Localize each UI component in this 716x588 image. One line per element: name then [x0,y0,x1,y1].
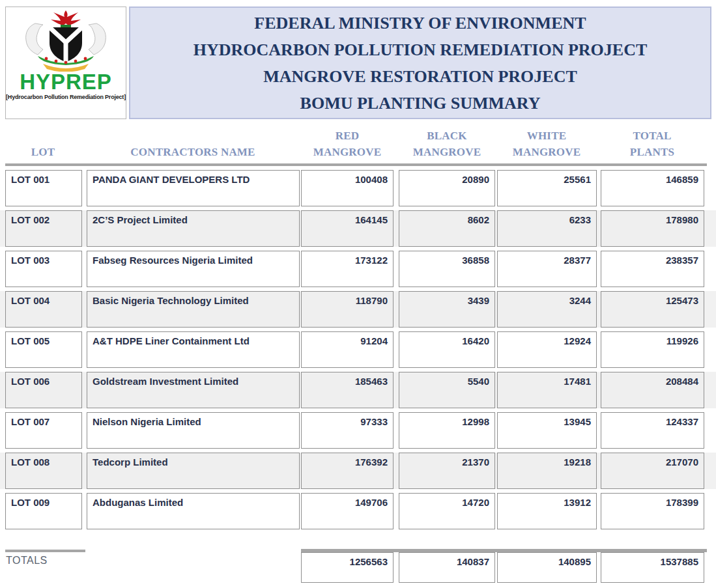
table-row: LOT 007 Nielson Nigeria Limited 97333 12… [0,412,716,449]
eagle [51,10,81,25]
total-plants-cell: 178980 [601,210,704,247]
contractor-name-cell: 2C’S Project Limited [87,210,300,247]
total-plants-cell: 178399 [601,493,704,529]
logo-acronym: HYPREP [6,72,126,92]
hyprep-logo: HYPREP [Hydrocarbon Pollution Remediatio… [5,7,126,119]
totals-total-plants-cell: 1537885 [601,552,704,583]
table-row: LOT 001 PANDA GIANT DEVELOPERS LTD 10040… [0,170,716,206]
white-mangrove-cell: 17481 [497,372,597,408]
white-mangrove-cell: 3244 [497,291,597,328]
lot-cell: LOT 007 [5,412,82,449]
column-header-contractors: CONTRACTORS NAME [115,144,271,160]
totals-label: TOTALS [6,555,48,567]
lot-cell: LOT 004 [5,291,82,328]
black-mangrove-cell: 36858 [399,251,495,287]
lot-cell: LOT 006 [5,372,82,408]
table-row: LOT 002 2C’S Project Limited 164145 8602… [0,210,716,247]
totals-red-mangrove-cell: 1256563 [301,552,394,583]
total-plants-cell: 146859 [601,170,704,206]
column-header-white-mangrove: WHITE MANGROVE [508,128,586,160]
black-mangrove-cell: 21370 [399,453,495,489]
white-mangrove-cell: 25561 [497,170,597,206]
report-page: HYPREP [Hydrocarbon Pollution Remediatio… [0,0,716,588]
red-mangrove-cell: 149706 [301,493,394,529]
white-mangrove-cell: 12924 [497,331,597,368]
contractor-name-cell: Tedcorp Limited [87,453,300,489]
total-plants-cell: 208484 [601,372,704,408]
table-row: LOT 003 Fabseg Resources Nigeria Limited… [0,251,716,287]
white-mangrove-cell: 13912 [497,493,597,529]
black-mangrove-cell: 14720 [399,493,495,529]
contractor-name-cell: Goldstream Investment Limited [87,372,300,408]
table-column-headers: LOT CONTRACTORS NAME RED MANGROVE BLACK … [0,124,716,163]
table-top-rule [5,163,707,166]
column-header-red-mangrove: RED MANGROVE [311,128,383,160]
lot-cell: LOT 008 [5,453,82,489]
table-row: LOT 004 Basic Nigeria Technology Limited… [0,291,716,328]
total-plants-cell: 124337 [601,412,704,449]
lot-cell: LOT 005 [5,331,82,368]
total-plants-cell: 238357 [601,251,704,287]
horse-right [89,23,106,55]
red-mangrove-cell: 97333 [301,412,394,449]
black-mangrove-cell: 3439 [399,291,495,328]
lot-cell: LOT 001 [5,170,82,206]
black-mangrove-cell: 20890 [399,170,495,206]
contractor-name-cell: Basic Nigeria Technology Limited [87,291,300,328]
red-mangrove-cell: 91204 [301,331,394,368]
table-row: LOT 006 Goldstream Investment Limited 18… [0,372,716,408]
white-mangrove-cell: 28377 [497,251,597,287]
lot-cell: LOT 002 [5,210,82,247]
title-line: MANGROVE RESTORATION PROJECT [130,63,710,90]
contractor-name-cell: Fabseg Resources Nigeria Limited [87,251,300,287]
table-row: LOT 008 Tedcorp Limited 176392 21370 192… [0,453,716,489]
totals-white-mangrove-cell: 140895 [497,552,597,583]
table-row: LOT 009 Abduganas Limited 149706 14720 1… [0,493,716,529]
contractor-name-cell: Abduganas Limited [87,493,300,529]
total-plants-cell: 217070 [601,453,704,489]
column-header-total-plants: TOTAL PLANTS [616,128,688,160]
contractor-name-cell: Nielson Nigeria Limited [87,412,300,449]
column-header-lot: LOT [4,144,82,160]
red-mangrove-cell: 118790 [301,291,394,328]
black-mangrove-cell: 16420 [399,331,495,368]
total-plants-cell: 119926 [601,331,704,368]
red-mangrove-cell: 185463 [301,372,394,408]
totals-rule-left [5,550,85,552]
title-line: HYDROCARBON POLLUTION REMEDIATION PROJEC… [130,36,710,63]
lot-cell: LOT 009 [5,493,82,529]
table-row: LOT 005 A&T HDPE Liner Containment Ltd 9… [0,331,716,368]
report-title-banner: FEDERAL MINISTRY OF ENVIRONMENT HYDROCAR… [129,7,711,119]
totals-black-mangrove-cell: 140837 [399,552,495,583]
column-header-black-mangrove: BLACK MANGROVE [408,128,486,160]
red-mangrove-cell: 173122 [301,251,394,287]
title-line: FEDERAL MINISTRY OF ENVIRONMENT [130,10,710,36]
white-mangrove-cell: 19218 [497,453,597,489]
white-mangrove-cell: 13945 [497,412,597,449]
lot-cell: LOT 003 [5,251,82,287]
nigeria-coat-of-arms-icon [17,9,115,72]
total-plants-cell: 125473 [601,291,704,328]
red-mangrove-cell: 164145 [301,210,394,247]
contractor-name-cell: PANDA GIANT DEVELOPERS LTD [87,170,300,206]
table-body: LOT 001 PANDA GIANT DEVELOPERS LTD 10040… [0,170,716,533]
contractor-name-cell: A&T HDPE Liner Containment Ltd [87,331,300,368]
red-mangrove-cell: 100408 [301,170,394,206]
white-mangrove-cell: 6233 [497,210,597,247]
black-mangrove-cell: 5540 [399,372,495,408]
horse-left [26,23,43,55]
black-mangrove-cell: 12998 [399,412,495,449]
logo-tagline: [Hydrocarbon Pollution Remediation Proje… [6,94,126,100]
black-mangrove-cell: 8602 [399,210,495,247]
title-line: BOMU PLANTING SUMMARY [130,90,710,117]
red-mangrove-cell: 176392 [301,453,394,489]
